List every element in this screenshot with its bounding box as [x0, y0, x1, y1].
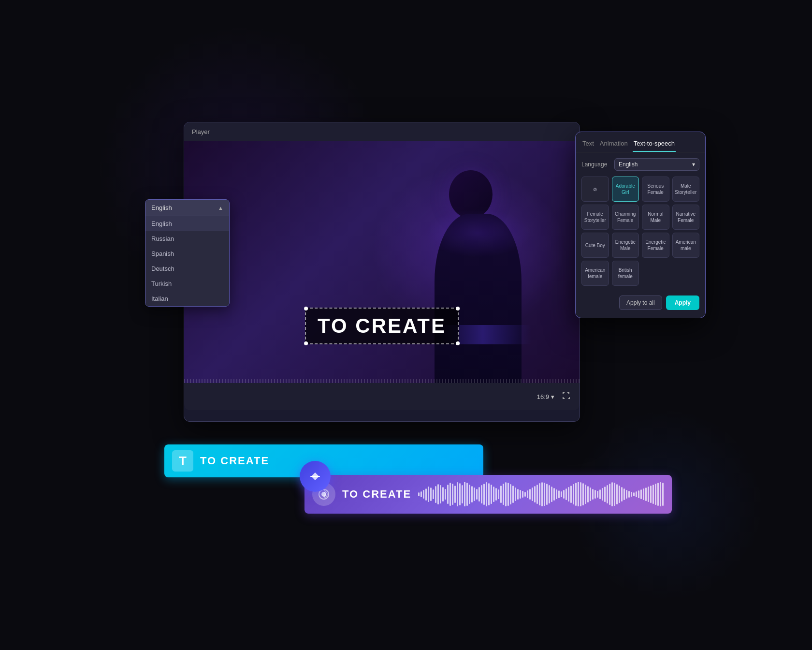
apply-all-button[interactable]: Apply to all [619, 295, 662, 310]
lang-option-spanish[interactable]: Spanish [145, 246, 229, 261]
voice-cell-serious-female[interactable]: Serious Female [642, 177, 669, 202]
wave-bar [486, 482, 487, 506]
wave-bar [652, 485, 654, 504]
wave-bar [556, 489, 557, 499]
wave-bar [503, 484, 504, 505]
handle-bl[interactable] [304, 341, 308, 345]
voice-cell-energetic-female[interactable]: Energetic Female [642, 233, 669, 258]
aspect-ratio-button[interactable]: 16:9 ▾ [537, 393, 554, 400]
voice-cell-cute-boy[interactable]: Cute Boy [581, 233, 609, 258]
handle-tr[interactable] [456, 307, 460, 310]
tab-text[interactable]: Text [581, 138, 595, 152]
wave-bar [549, 485, 550, 503]
wave-bar [660, 482, 661, 506]
apply-button[interactable]: Apply [666, 295, 699, 310]
dropdown-chevron-icon: ▲ [218, 205, 223, 211]
wave-bar [558, 490, 560, 498]
voice-grid: ⊘ Adorable Girl Serious Female Male Stor… [576, 177, 705, 286]
wave-bar [539, 483, 540, 505]
wave-bar [568, 487, 569, 502]
player-video-area: TO CREATE [184, 141, 580, 383]
wave-bar [469, 485, 470, 504]
wave-bar [454, 486, 456, 503]
handle-br[interactable] [456, 341, 460, 345]
wave-bar [474, 488, 475, 501]
tab-text-to-speech[interactable]: Text-to-speech [633, 138, 676, 152]
wave-bar [420, 491, 422, 497]
convert-to-audio-button[interactable] [300, 461, 331, 492]
wave-bar [575, 483, 577, 506]
wave-bar [437, 484, 439, 504]
lang-option-english[interactable]: English [145, 216, 229, 231]
wave-bar [570, 486, 572, 503]
voice-cell-adorable-girl[interactable]: Adorable Girl [612, 177, 639, 202]
wave-bar [657, 483, 659, 506]
wave-bar [592, 489, 594, 500]
wave-bar [561, 491, 562, 497]
convert-arrow-icon [308, 470, 322, 483]
voice-cell-none[interactable]: ⊘ [581, 177, 609, 202]
text-timeline-icon: T [172, 450, 193, 472]
wave-bar [619, 486, 620, 503]
wave-bar [544, 483, 545, 506]
wave-bar [611, 482, 613, 506]
lang-option-russian[interactable]: Russian [145, 231, 229, 246]
wave-bar [510, 484, 511, 504]
wave-bar [478, 487, 480, 502]
language-selected: English [151, 204, 172, 211]
timeline-audio-label: TO CREATE [342, 488, 411, 501]
timeline-audio-bar: TO CREATE [304, 475, 672, 514]
main-container: Player TO CREATE [116, 83, 696, 567]
wave-bar [624, 488, 625, 500]
voice-cell-charming-female[interactable]: Charming Female [612, 205, 639, 230]
wave-bar [597, 491, 598, 498]
wave-bar [527, 490, 528, 498]
wave-bar [520, 490, 521, 499]
wave-bar [645, 488, 647, 501]
wave-bar [590, 488, 591, 501]
player-titlebar: Player [184, 122, 580, 141]
wave-bar [447, 485, 449, 504]
voice-cell-american-male[interactable]: American male [672, 233, 700, 258]
fullscreen-button[interactable] [562, 392, 570, 401]
wave-bar [517, 489, 519, 500]
wave-bar [522, 491, 523, 498]
lang-option-deutsch[interactable]: Deutsch [145, 261, 229, 276]
language-dropdown[interactable]: English ▲ English Russian Spanish Deutsc… [145, 199, 230, 307]
language-dropdown-header[interactable]: English ▲ [145, 200, 229, 216]
voice-cell-normal-male[interactable]: Normal Male [642, 205, 669, 230]
player-footer: 16:9 ▾ [184, 383, 580, 410]
lang-option-italian[interactable]: Italian [145, 291, 229, 306]
wave-bar [614, 483, 615, 506]
wave-bar [643, 488, 644, 500]
wave-bar [553, 488, 555, 501]
voice-cell-male-storyteller[interactable]: Male Storyteller [672, 177, 700, 202]
lang-option-turkish[interactable]: Turkish [145, 276, 229, 291]
voice-cell-energetic-male[interactable]: Energetic Male [612, 233, 639, 258]
wave-bar [582, 483, 584, 505]
wave-bar [466, 483, 468, 506]
wave-bar [464, 482, 465, 506]
tts-tabs: Text Animation Text-to-speech [576, 132, 705, 152]
wave-bar [495, 488, 497, 501]
wave-bar [524, 492, 526, 497]
wave-bar [587, 486, 589, 502]
wave-bar [563, 490, 565, 499]
wave-bar [440, 485, 441, 503]
handle-tl[interactable] [304, 307, 308, 310]
video-text-overlay: TO CREATE [305, 308, 459, 344]
voice-cell-american-female[interactable]: American female [581, 261, 609, 286]
wave-bar [457, 482, 458, 506]
voice-cell-female-storyteller[interactable]: Female Storyteller [581, 205, 609, 230]
tab-animation[interactable]: Animation [599, 138, 629, 152]
voice-cell-british-female[interactable]: British female [612, 261, 639, 286]
wave-bar [551, 487, 552, 502]
wave-bar [425, 488, 427, 501]
wave-bar [529, 489, 531, 500]
tts-language-select[interactable]: English ▾ [614, 158, 699, 171]
wave-bar [578, 482, 579, 506]
no-voice-icon: ⊘ [593, 186, 597, 192]
voice-cell-narrative-female[interactable]: Narrative Female [672, 205, 700, 230]
wave-bar [626, 490, 627, 499]
timeline-text-label: TO CREATE [200, 455, 269, 467]
